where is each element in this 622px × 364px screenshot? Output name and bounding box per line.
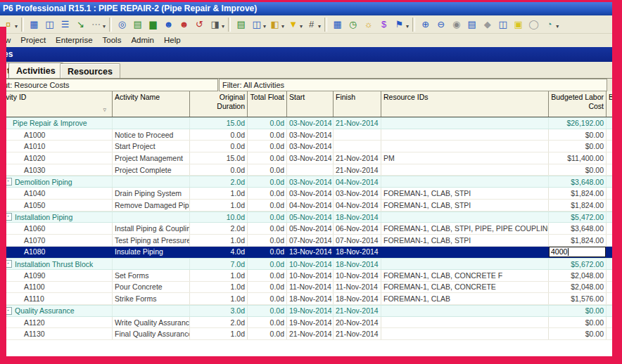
column-header-tfloat[interactable]: Total Float (248, 91, 287, 117)
constraint-cost-icon[interactable]: $ (376, 17, 391, 32)
cost-edit-input[interactable]: 4000 (549, 247, 606, 257)
cell-id: A1110 (0, 293, 113, 304)
layout-icon[interactable]: ◧ (267, 17, 282, 32)
table-row[interactable]: A1010Start Project0.0d0.0d03-Nov-2014$0.… (0, 141, 622, 152)
group-row[interactable]: -Installation Piping10.0d0.0d05-Nov-2014… (0, 212, 622, 223)
cell-cost: $2,048.00 (549, 282, 607, 293)
menu-item-tools[interactable]: Tools (98, 36, 127, 44)
resources-icon[interactable]: ☻ (177, 17, 191, 32)
circle-icon[interactable]: ◯ (526, 17, 541, 32)
column-header-resources[interactable]: Resource IDs (381, 91, 549, 117)
table-row[interactable]: A1130Final Quality Assurance1.0d0.0d21-N… (0, 328, 622, 340)
filter-icon[interactable]: ▼ (286, 17, 300, 32)
cell-duration: 2.0d (190, 223, 248, 234)
dropdown-arrow-icon[interactable]: ▾ (318, 23, 321, 30)
group-row[interactable]: -Quality Assurance3.0d0.0d19-Nov-201421-… (0, 305, 622, 317)
select-arrow-icon[interactable]: ↘ (73, 17, 88, 32)
cell-finish: 04-Nov-2014 (334, 200, 381, 211)
column-header-start[interactable]: Start (287, 91, 334, 117)
column-header-cost[interactable]: Budgeted Labor Cost (549, 91, 607, 117)
zoom-fit-icon[interactable]: ◉ (449, 17, 464, 32)
cell-start: 18-Nov-2014 (287, 293, 334, 304)
wbs-view-icon[interactable]: ◫ (42, 17, 57, 32)
table-row[interactable]: A1090Set Forms1.0d0.0d10-Nov-201410-Nov-… (0, 270, 622, 282)
table-row[interactable]: A1000Notice to Proceed0.0d0.0d03-Nov-201… (0, 129, 622, 141)
group-row[interactable]: -Demolition Piping2.0d0.0d03-Nov-201404-… (0, 176, 622, 188)
table-row[interactable]: A1070Test Piping at Pressure1.0d0.0d07-N… (0, 235, 622, 247)
cell-resources: FOREMAN-1, CLAB, STPI (381, 200, 549, 211)
tab-activities[interactable]: Activities (8, 63, 63, 79)
roles-icon[interactable]: ☻ (161, 17, 176, 32)
cell-cost: $2,048.00 (549, 270, 607, 281)
menu-item-project[interactable]: Project (15, 36, 51, 44)
window-title: P6 Professional R15.1 : PIPE REPAIR-2 (P… (3, 4, 257, 13)
progress-spotlight-icon[interactable]: ⋯ (89, 17, 103, 32)
help-globe-icon[interactable]: ◔ (542, 17, 557, 32)
dropdown-arrow-icon[interactable]: ▾ (263, 23, 266, 30)
window-titlebar[interactable]: P6 Professional R15.1 : PIPE REPAIR-2 (P… (0, 2, 615, 15)
print-icon[interactable]: ▤ (130, 17, 145, 32)
cell-tfloat: 0.0d (248, 259, 287, 269)
cell-duration: 7.0d (190, 259, 248, 269)
columns-icon[interactable]: ◫ (249, 17, 264, 32)
cell-finish: 21-Nov-2014 (334, 164, 381, 176)
tab-resources[interactable]: Resources (60, 63, 120, 79)
dropdown-arrow-icon[interactable]: ▾ (406, 23, 409, 30)
menu-item-help[interactable]: Help (159, 36, 186, 44)
group-title: Pipe Repair & Improve (13, 119, 87, 127)
table-view-icon[interactable]: ▦ (27, 17, 42, 32)
print-preview-icon[interactable]: ◎ (115, 17, 129, 32)
column-header-name[interactable]: Activity Name (113, 91, 190, 117)
tab-activities-label: Activities (16, 66, 56, 76)
table-row[interactable]: A1020Project Management15.0d0.0d03-Nov-2… (0, 152, 622, 164)
dropdown-arrow-icon[interactable]: ▾ (103, 23, 106, 30)
table-row[interactable]: A1110Strike Forms1.0d0.0d18-Nov-201418-N… (0, 293, 622, 305)
panes-icon[interactable]: ◫ (495, 17, 510, 32)
menu-item-enterprise[interactable]: Enterprise (51, 36, 97, 44)
cell-cost: $0.00 (549, 141, 607, 152)
assign-resource-icon[interactable]: ⚑ (392, 17, 407, 32)
cell-tfloat: 0.0d (248, 129, 287, 141)
table-row[interactable]: A1080Insulate Piping4.0d0.0d13-Nov-20141… (0, 247, 622, 259)
comment-icon[interactable]: ▣ (511, 17, 526, 32)
cell-resources (381, 259, 549, 269)
group-sort-icon[interactable]: # (304, 17, 319, 32)
dropdown-arrow-icon[interactable]: ▾ (15, 23, 18, 30)
group-band-icon[interactable]: ☰ (58, 17, 72, 32)
resource-profile-icon[interactable]: ▆ (146, 17, 160, 32)
dropdown-arrow-icon[interactable]: ▾ (300, 23, 303, 30)
activity-details-icon[interactable]: ▦ (330, 17, 345, 32)
table-row[interactable]: A1030Project Complete0.0d0.0d21-Nov-2014… (0, 164, 622, 176)
dropdown-arrow-icon[interactable]: ▾ (281, 23, 284, 30)
column-header-id[interactable]: tivity ID▿ (0, 91, 113, 117)
cell-start: 03-Nov-2014 (287, 176, 334, 187)
cell-duration: 15.0d (190, 118, 248, 129)
cell-cost[interactable]: 4000 (549, 247, 607, 258)
layout-name-bar[interactable]: ut: Resource Costs (0, 79, 218, 91)
reschedule-icon[interactable]: ↺ (192, 17, 207, 32)
zoom-in-icon[interactable]: ⊕ (418, 17, 433, 32)
table-row[interactable]: A1120Write Quality Assurance2.0d0.0d19-N… (0, 317, 622, 329)
cell-id: A1040 (0, 188, 113, 199)
table-row[interactable]: A1040Drain Piping System1.0d0.0d03-Nov-2… (0, 188, 622, 200)
table-row[interactable]: A1100Pour Concrete1.0d0.0d11-Nov-201411-… (0, 282, 622, 294)
zoom-out-icon[interactable]: ⊖ (433, 17, 448, 32)
dropdown-arrow-icon[interactable]: ▾ (556, 23, 559, 30)
group-row[interactable]: Pipe Repair & Improve15.0d0.0d03-Nov-201… (0, 117, 622, 129)
schedule-clock-icon[interactable]: ◷ (345, 17, 360, 32)
toolbar-separator (21, 18, 24, 32)
chart-view-icon[interactable]: ◨ (208, 17, 222, 32)
filter-bar[interactable]: Filter: All Activities (219, 79, 607, 91)
menu-item-admin[interactable]: Admin (126, 36, 159, 44)
table-row[interactable]: A1060Install Piping & Coupling2.0d0.0d05… (0, 223, 622, 235)
bars-icon[interactable]: ▤ (234, 17, 248, 32)
table-row[interactable]: A1050Remove Damaged Pipir1.0d0.0d04-Nov-… (0, 200, 622, 212)
level-resources-icon[interactable]: ☼ (361, 17, 376, 32)
cell-duration: 1.0d (190, 188, 248, 199)
split-rows-icon[interactable]: ▤ (464, 17, 479, 32)
diamond-icon[interactable]: ◆ (480, 17, 495, 32)
dropdown-arrow-icon[interactable]: ▾ (222, 23, 224, 30)
group-row[interactable]: -Installation Thrust Block7.0d0.0d10-Nov… (0, 258, 622, 270)
column-header-finish[interactable]: Finish (334, 91, 381, 117)
column-header-duration[interactable]: Original Duration (190, 91, 248, 117)
